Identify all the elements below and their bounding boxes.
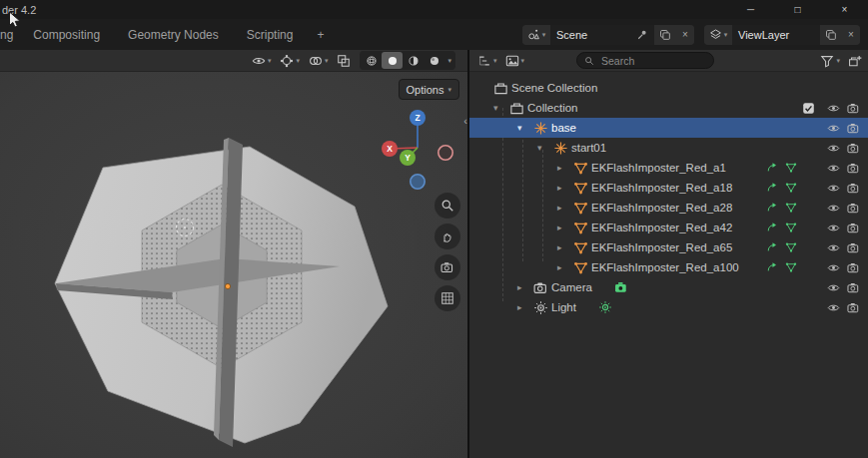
xray-toggle[interactable] [337,54,351,68]
unlink-scene-button[interactable]: × [676,25,694,45]
outliner-search[interactable] [576,52,714,69]
browse-scene-button[interactable]: ▾ [522,25,550,45]
expand-chevron[interactable]: ▸ [557,223,573,232]
filter-dropdown[interactable]: ▾ [820,54,840,68]
outliner-row-mesh[interactable]: ▸ EKFlashImposter_Red_a18 [469,178,868,198]
material-preview-shading-button[interactable] [403,52,424,69]
add-workspace-button[interactable]: + [307,19,334,50]
expand-chevron[interactable]: ▸ [557,163,573,173]
3d-viewport-editor: ▾ ▾ ▾ ▾ [0,50,467,458]
expand-chevron[interactable]: ▾ [493,103,509,113]
outliner-row-light[interactable]: ▸ Light [469,297,868,317]
hide-eye-toggle[interactable] [825,259,841,275]
expand-chevron[interactable]: ▸ [517,302,533,312]
row-badges [766,182,797,194]
toggle-ortho-button[interactable] [434,285,460,311]
outliner-row-start01[interactable]: ▾ start01 [469,138,868,158]
maximize-button[interactable]: □ [774,0,821,19]
hide-eye-toggle[interactable] [825,220,841,235]
zoom-button[interactable] [434,193,460,219]
object-visibility-dropdown[interactable]: ▾ [252,54,272,68]
gizmos-dropdown[interactable]: ▾ [280,54,300,68]
editor-type-dropdown[interactable]: ▾ [477,54,497,68]
outliner-row-mesh[interactable]: ▸ EKFlashImposter_Red_a42 [469,218,868,237]
render-visibility-toggle[interactable] [845,120,861,136]
search-input[interactable] [599,54,706,68]
empty-object-icon [553,141,568,156]
hide-eye-toggle[interactable] [825,279,841,295]
render-visibility-toggle[interactable] [845,239,861,255]
outliner-row-mesh[interactable]: ▸ EKFlashImposter_Red_a100 [469,257,868,277]
new-viewlayer-button[interactable] [820,25,842,45]
rendered-shading-button[interactable] [424,52,444,69]
remove-viewlayer-button[interactable]: × [842,25,860,45]
hide-eye-toggle[interactable] [825,120,841,136]
render-visibility-toggle[interactable] [845,299,861,315]
outliner-tree: Scene Collection ▾ Collection ▾ base [469,72,868,458]
viewport-canvas[interactable]: Options ▾ ‹ Z X Y [0,72,467,458]
hide-eye-toggle[interactable] [825,140,841,156]
shading-mode-switcher: ▾ [360,51,455,70]
camera-view-button[interactable] [434,254,460,280]
minimize-button[interactable]: ─ [727,0,774,19]
scene-name-field[interactable]: Scene [550,25,654,45]
tab-partial[interactable]: ng [0,19,19,50]
exclude-checkbox[interactable] [802,102,815,115]
hide-eye-toggle[interactable] [825,239,841,255]
pan-button[interactable] [434,224,460,249]
expand-chevron[interactable]: ▸ [557,203,573,213]
display-mode-dropdown[interactable]: ▾ [505,54,525,68]
outliner-row-mesh[interactable]: ▸ EKFlashImposter_Red_a28 [469,198,868,218]
outliner-row-collection[interactable]: ▾ Collection [469,98,868,118]
render-visibility-toggle[interactable] [845,140,861,156]
hide-eye-toggle[interactable] [825,180,841,196]
expand-chevron[interactable]: ▸ [517,282,533,292]
tab-geometry-nodes[interactable]: Geometry Nodes [114,19,233,50]
expand-chevron[interactable]: ▸ [557,262,573,272]
outliner-row-camera[interactable]: ▸ Camera [469,277,868,297]
collection-icon [509,101,524,116]
tab-scripting[interactable]: Scripting [233,19,308,50]
navigation-gizmo[interactable]: Z X Y [378,108,461,192]
pin-icon[interactable] [636,29,648,41]
expand-chevron[interactable]: ▾ [537,143,553,153]
solid-sphere-icon [387,55,399,67]
light-data-icon [598,300,612,314]
expand-chevron[interactable]: ▾ [517,123,533,133]
shading-options-dropdown[interactable]: ▾ [444,57,454,64]
overlays-dropdown[interactable]: ▾ [309,54,329,68]
new-collection-button[interactable] [848,54,862,68]
mesh-data-icon [785,162,797,174]
render-visibility-toggle[interactable] [845,100,861,116]
new-scene-button[interactable] [654,25,676,45]
hide-eye-toggle[interactable] [825,299,841,315]
render-visibility-toggle[interactable] [845,180,861,196]
topbar: ng Compositing Geometry Nodes Scripting … [0,19,868,51]
options-button[interactable]: Options ▾ [399,79,459,100]
wireframe-shading-button[interactable] [361,52,382,69]
hide-eye-toggle[interactable] [825,100,841,116]
viewlayer-name-field[interactable]: ViewLayer [732,25,820,45]
render-visibility-toggle[interactable] [845,220,861,235]
outliner-row-mesh[interactable]: ▸ EKFlashImposter_Red_a65 [469,237,868,257]
expand-chevron[interactable]: ▸ [557,242,573,252]
hide-eye-toggle[interactable] [825,200,841,216]
axis-neg-x-ball[interactable] [438,146,452,160]
outliner-row-scene-collection[interactable]: Scene Collection [469,78,868,98]
render-visibility-toggle[interactable] [845,200,861,216]
camera-data-icon [614,280,628,294]
solid-shading-button[interactable] [382,52,403,69]
outliner-row-mesh[interactable]: ▸ EKFlashImposter_Red_a1 [469,158,868,178]
outliner-row-base[interactable]: ▾ base [469,118,868,138]
expand-chevron[interactable]: ▸ [557,183,573,193]
browse-viewlayer-button[interactable]: ▾ [704,25,732,45]
render-visibility-toggle[interactable] [845,160,861,176]
tab-compositing[interactable]: Compositing [19,19,114,50]
close-button[interactable]: × [821,0,868,19]
hide-eye-toggle[interactable] [825,160,841,176]
modifier-icon [766,202,778,214]
render-visibility-toggle[interactable] [845,279,861,295]
render-visibility-toggle[interactable] [845,259,861,275]
chevron-down-icon: ▾ [447,86,451,93]
axis-neg-z-ball[interactable] [411,175,425,189]
